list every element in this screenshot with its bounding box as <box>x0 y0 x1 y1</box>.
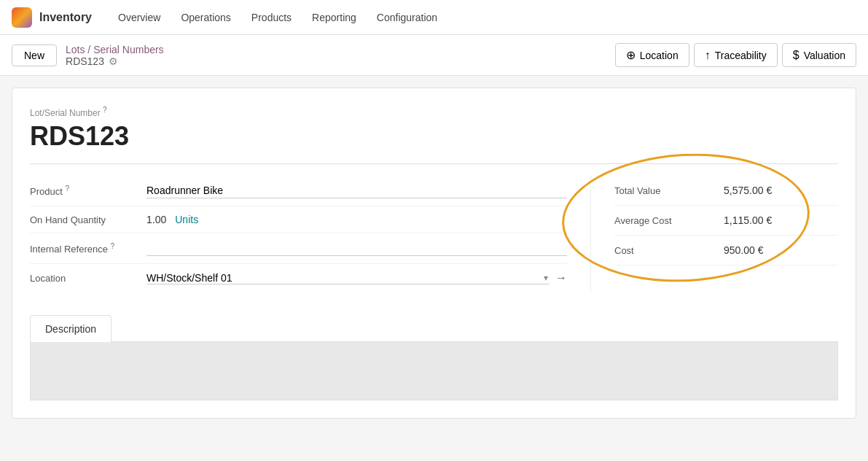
location-value: WH/Stock/Shelf 01 ▾ → <box>146 271 567 284</box>
on-hand-value: 1.00 Units <box>146 214 567 225</box>
breadcrumb-link[interactable]: Lots / Serial Numbers <box>66 44 164 55</box>
traceability-button[interactable]: ↑ Traceability <box>694 43 778 67</box>
form-left: Product ? On Hand Quantity 1.00 Units <box>30 176 590 292</box>
main-content: Lot/Serial Number ? RDS123 Product ? <box>0 76 868 430</box>
traceability-icon: ↑ <box>705 49 711 62</box>
on-hand-label: On Hand Quantity <box>30 214 146 225</box>
location-cross-icon: ⊕ <box>626 48 636 62</box>
location-button[interactable]: ⊕ Location <box>615 43 689 67</box>
location-arrow-icon[interactable]: → <box>555 271 567 284</box>
nav-item-reporting[interactable]: Reporting <box>303 7 365 28</box>
breadcrumb: Lots / Serial Numbers RDS123 ⚙ <box>66 44 164 67</box>
lot-serial-section: Lot/Serial Number ? RDS123 <box>30 106 838 152</box>
form-right: Total Value 5,575.00 € Average Cost 1,11… <box>590 176 838 292</box>
current-record-label: RDS123 <box>66 55 104 67</box>
nav-item-products[interactable]: Products <box>243 7 300 28</box>
on-hand-row: On Hand Quantity 1.00 Units <box>30 206 567 233</box>
avg-cost-amount: 1,115.00 € <box>724 214 772 226</box>
internal-ref-help[interactable]: ? <box>111 242 115 250</box>
internal-ref-row: Internal Reference ? <box>30 233 567 264</box>
total-value-label: Total Value <box>614 185 724 196</box>
nav-item-operations[interactable]: Operations <box>172 7 239 28</box>
tabs-bar: Description <box>30 315 838 342</box>
form-divider <box>30 163 838 164</box>
nav-item-overview[interactable]: Overview <box>109 7 169 28</box>
internal-ref-input[interactable] <box>146 241 567 256</box>
product-row: Product ? <box>30 176 567 206</box>
cost-row: Cost 950.00 € <box>614 236 838 266</box>
action-bar: New Lots / Serial Numbers RDS123 ⚙ ⊕ Loc… <box>0 35 868 76</box>
valuation-button-label: Valuation <box>804 50 845 61</box>
cost-amount: 950.00 € <box>724 244 764 256</box>
lot-number-value: RDS123 <box>30 121 838 152</box>
tab-content-description <box>30 342 838 400</box>
total-value-row: Total Value 5,575.00 € <box>614 176 838 206</box>
product-value <box>146 183 567 198</box>
cost-label: Cost <box>614 245 724 256</box>
product-label: Product ? <box>30 185 146 197</box>
traceability-button-label: Traceability <box>715 50 767 61</box>
internal-ref-label: Internal Reference ? <box>30 242 146 255</box>
app-title: Inventory <box>39 11 92 24</box>
product-input[interactable] <box>146 183 567 198</box>
top-navigation: Inventory Overview Operations Products R… <box>0 0 868 35</box>
location-button-label: Location <box>640 50 679 61</box>
avg-cost-label: Average Cost <box>614 215 724 226</box>
product-help[interactable]: ? <box>65 185 69 193</box>
tab-description[interactable]: Description <box>30 315 112 342</box>
form-body: Product ? On Hand Quantity 1.00 Units <box>30 176 838 292</box>
valuation-button[interactable]: $ Valuation <box>782 43 856 67</box>
internal-ref-value <box>146 241 567 256</box>
on-hand-unit[interactable]: Units <box>175 214 198 225</box>
lot-serial-label: Lot/Serial Number ? <box>30 106 838 118</box>
location-row: Location WH/Stock/Shelf 01 ▾ → <box>30 264 567 292</box>
valuation-dollar-icon: $ <box>793 49 799 62</box>
right-actions: ⊕ Location ↑ Traceability $ Valuation <box>615 43 856 67</box>
location-select-group: WH/Stock/Shelf 01 ▾ → <box>146 271 567 284</box>
location-select-wrapper: WH/Stock/Shelf 01 ▾ <box>146 272 550 284</box>
lot-serial-help[interactable]: ? <box>103 106 107 114</box>
nav-item-configuration[interactable]: Configuration <box>368 7 446 28</box>
breadcrumb-current: RDS123 ⚙ <box>66 55 164 67</box>
location-label: Location <box>30 273 146 284</box>
app-logo <box>12 7 32 28</box>
on-hand-quantity: 1.00 <box>146 214 166 225</box>
left-actions: New Lots / Serial Numbers RDS123 ⚙ <box>12 44 164 67</box>
gear-icon[interactable]: ⚙ <box>109 55 118 67</box>
total-value-amount: 5,575.00 € <box>724 185 772 196</box>
avg-cost-row: Average Cost 1,115.00 € <box>614 206 838 236</box>
nav-menu: Overview Operations Products Reporting C… <box>109 7 446 28</box>
form-card: Lot/Serial Number ? RDS123 Product ? <box>12 88 856 419</box>
location-select[interactable]: WH/Stock/Shelf 01 <box>146 272 550 284</box>
new-button[interactable]: New <box>12 44 57 66</box>
